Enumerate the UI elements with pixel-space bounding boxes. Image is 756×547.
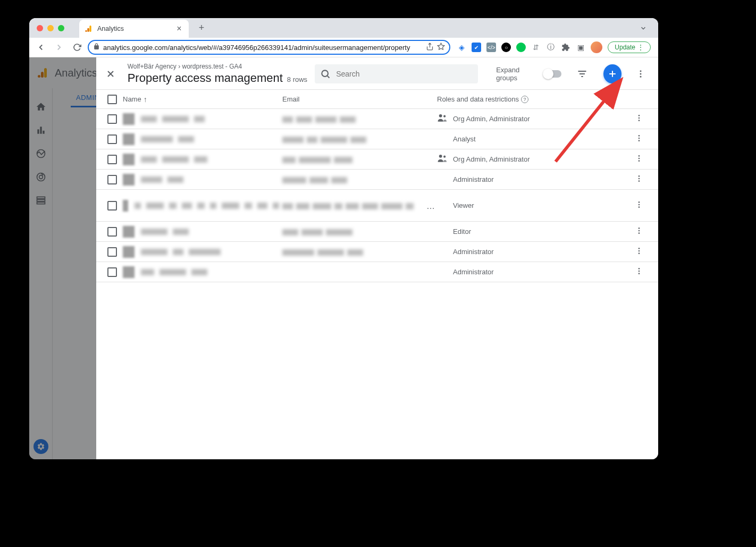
row-checkbox[interactable] [107, 267, 117, 277]
close-panel-button[interactable] [102, 64, 120, 83]
toggle-switch[interactable] [544, 70, 561, 78]
table-row[interactable]: …Viewer [96, 190, 658, 222]
row-menu-button[interactable] [628, 114, 650, 124]
row-menu-button[interactable] [628, 226, 650, 237]
extension-icon[interactable]: </> [486, 43, 496, 52]
help-icon[interactable]: ? [521, 96, 528, 103]
table-row[interactable]: Administrator [96, 242, 658, 262]
svg-point-50 [639, 230, 640, 232]
reload-button[interactable] [70, 40, 85, 55]
back-button[interactable] [33, 40, 48, 55]
row-checkbox[interactable] [107, 155, 117, 164]
search-box[interactable] [315, 64, 478, 83]
name-cell [123, 174, 282, 186]
svg-point-37 [639, 140, 640, 141]
name-cell [123, 113, 282, 125]
name-cell [123, 154, 282, 165]
browser-tab[interactable]: Analytics × [79, 20, 189, 38]
roles-cell: Analyst [437, 135, 628, 143]
roles-cell: Administrator [437, 268, 628, 276]
share-icon[interactable] [426, 43, 434, 52]
select-all-checkbox[interactable] [107, 95, 117, 104]
extension-icon[interactable]: ◈ [457, 43, 466, 52]
svg-point-53 [639, 250, 640, 252]
row-menu-button[interactable] [628, 154, 650, 164]
role-text: Administrator [453, 268, 494, 276]
name-cell [123, 200, 282, 212]
svg-rect-0 [89, 26, 91, 32]
panel-title: Property access management [128, 71, 283, 85]
avatar [123, 133, 135, 145]
expand-groups-label: Expand groups [496, 66, 541, 82]
role-text: Administrator [453, 248, 494, 256]
role-text: Viewer [453, 201, 474, 209]
row-checkbox[interactable] [107, 114, 117, 124]
table-row[interactable]: Org Admin, Administrator [96, 109, 658, 129]
row-checkbox[interactable] [107, 247, 117, 257]
extension-icon[interactable]: ▣ [576, 43, 585, 52]
maximize-window-icon[interactable] [58, 25, 64, 31]
table-row[interactable]: Editor [96, 222, 658, 242]
plus-icon [607, 69, 618, 79]
update-button[interactable]: Update ⋮ [608, 41, 651, 53]
extension-icon[interactable]: ✔ [472, 43, 481, 52]
row-checkbox[interactable] [107, 134, 117, 144]
minimize-window-icon[interactable] [47, 25, 54, 31]
forward-button[interactable] [52, 40, 66, 55]
svg-point-28 [640, 73, 641, 75]
search-input[interactable] [336, 70, 473, 78]
svg-point-49 [639, 228, 640, 229]
filter-button[interactable] [573, 64, 592, 83]
extension-icon[interactable]: ○ [501, 43, 511, 52]
svg-point-39 [443, 156, 446, 158]
more-options-button[interactable] [631, 64, 650, 83]
extensions-menu-icon[interactable] [561, 43, 570, 52]
sort-ascending-icon: ↑ [144, 95, 147, 104]
row-checkbox[interactable] [107, 227, 117, 237]
row-menu-button[interactable] [628, 247, 650, 257]
role-text: Org Admin, Administrator [453, 155, 530, 163]
expand-groups-toggle[interactable]: Expand groups [496, 66, 561, 82]
column-email[interactable]: Email [282, 95, 437, 103]
row-checkbox[interactable] [107, 175, 117, 184]
role-text: Org Admin, Administrator [453, 115, 530, 123]
table-row[interactable]: Administrator [96, 262, 658, 282]
table-row[interactable]: Analyst [96, 129, 658, 149]
column-roles[interactable]: Roles and data restrictions ? [437, 95, 628, 103]
address-bar[interactable]: analytics.google.com/analytics/web/#/a39… [88, 40, 450, 55]
extension-icon[interactable] [516, 43, 526, 52]
breadcrumb: Wolf+Bär Agency › wordpress.test - GA4 [128, 63, 307, 70]
table-row[interactable]: Administrator [96, 170, 658, 190]
svg-point-32 [639, 115, 640, 116]
svg-marker-4 [438, 43, 445, 49]
table-row[interactable]: Org Admin, Administrator [96, 149, 658, 170]
close-tab-icon[interactable]: × [175, 24, 183, 33]
svg-point-31 [443, 115, 446, 117]
row-menu-button[interactable] [628, 200, 650, 211]
email-cell: … [282, 201, 437, 210]
extension-icon[interactable]: ⓘ [546, 43, 556, 52]
close-window-icon[interactable] [37, 25, 43, 31]
row-checkbox[interactable] [107, 201, 117, 211]
avatar [123, 174, 135, 186]
tabs-dropdown-icon[interactable] [636, 24, 651, 32]
row-menu-button[interactable] [628, 174, 650, 184]
svg-point-47 [639, 204, 640, 206]
access-management-panel: Wolf+Bär Agency › wordpress.test - GA4 P… [96, 57, 658, 459]
svg-point-52 [639, 248, 640, 249]
svg-point-35 [639, 135, 640, 137]
bookmark-icon[interactable] [437, 43, 445, 52]
svg-point-2 [85, 30, 87, 32]
url-text: analytics.google.com/analytics/web/#/a39… [103, 44, 423, 52]
add-user-button[interactable] [603, 64, 622, 83]
svg-point-29 [640, 76, 641, 78]
analytics-favicon-icon [85, 24, 93, 33]
column-name[interactable]: Name ↑ [123, 95, 282, 104]
profile-avatar[interactable] [591, 41, 602, 53]
name-cell [123, 133, 282, 145]
new-tab-button[interactable]: + [194, 21, 209, 36]
roles-cell: Org Admin, Administrator [437, 155, 628, 163]
extension-icon[interactable]: ⇵ [531, 43, 541, 52]
row-menu-button[interactable] [628, 134, 650, 144]
row-menu-button[interactable] [628, 267, 650, 277]
